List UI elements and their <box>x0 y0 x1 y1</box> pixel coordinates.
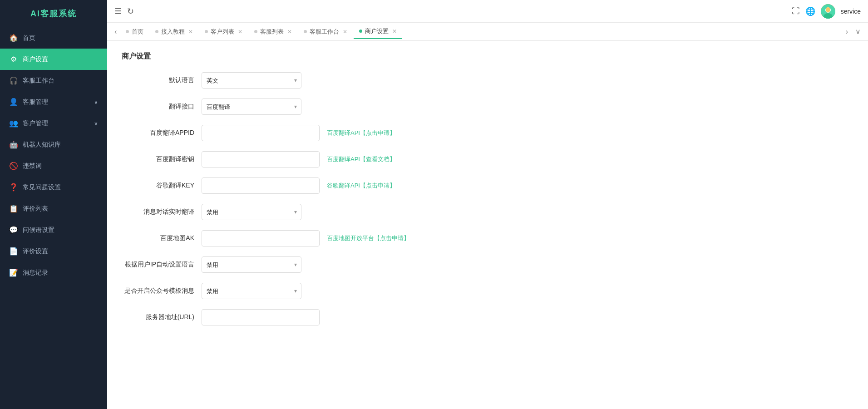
topbar-right: ⛶ 🌐 service <box>792 4 861 19</box>
sidebar-item-forbidden[interactable]: 🚫 违禁词 <box>0 155 107 177</box>
tab-close-button[interactable]: ✕ <box>188 29 193 35</box>
tab-dot <box>359 30 362 33</box>
select-realtime-translate[interactable]: 禁用启用 <box>202 204 301 220</box>
link-baidu-map-ak[interactable]: 百度地图开放平台【点击申请】 <box>327 234 409 242</box>
sidebar-item-label: 首页 <box>23 34 35 42</box>
select-translate-api[interactable]: 百度翻译谷歌翻译 <box>202 99 301 115</box>
review-settings-icon: 📄 <box>9 247 18 256</box>
cust-mgmt-icon: 👥 <box>9 119 18 128</box>
link-baidu-secret[interactable]: 百度翻译API【查看文档】 <box>327 155 395 163</box>
tab-dot <box>304 30 307 33</box>
globe-icon[interactable]: 🌐 <box>805 6 815 16</box>
sidebar-item-review-settings[interactable]: 📄 评价设置 <box>0 241 107 262</box>
tab-label: 首页 <box>132 28 143 36</box>
review-list-icon: 📋 <box>9 204 18 213</box>
forbidden-icon: 🚫 <box>9 162 18 170</box>
tabbar: ‹ 首页 接入教程✕ 客户列表✕ 客服列表✕ 客服工作台✕ 商户设置✕ › ∨ <box>107 23 868 41</box>
label-translate-api: 翻译接口 <box>122 103 194 111</box>
app-logo: AI客服系统 <box>0 0 107 27</box>
sidebar-item-label: 消息记录 <box>23 269 48 277</box>
sidebar-item-msg-records[interactable]: 📝 消息记录 <box>0 262 107 283</box>
link-baidu-appid[interactable]: 百度翻译API【点击申请】 <box>327 129 395 137</box>
tab-tab-workbench[interactable]: 客服工作台✕ <box>298 25 353 39</box>
tab-close-button[interactable]: ✕ <box>287 29 292 35</box>
home-icon: 🏠 <box>9 34 18 42</box>
menu-icon[interactable]: ☰ <box>114 6 122 16</box>
label-realtime-translate: 消息对话实时翻译 <box>122 208 194 216</box>
topbar: ☰ ↻ ⛶ 🌐 service <box>107 0 868 23</box>
sidebar-item-merchant[interactable]: ⚙ 商户设置 <box>0 49 107 70</box>
select-wrapper-auto-lang-by-ip: 禁用启用 <box>202 256 301 273</box>
input-baidu-secret[interactable] <box>202 151 320 168</box>
select-wrapper-default-lang: 英文中文日文韩文 <box>202 72 301 89</box>
sidebar-item-faq[interactable]: ❓ 常见问题设置 <box>0 177 107 198</box>
sidebar-item-robot-kb[interactable]: 🤖 机器人知识库 <box>0 134 107 155</box>
form-row-baidu-secret: 百度翻译密钥百度翻译API【查看文档】 <box>122 151 853 168</box>
tab-dot <box>126 30 129 33</box>
tab-close-button[interactable]: ✕ <box>238 29 242 35</box>
label-baidu-appid: 百度翻译APPID <box>122 129 194 137</box>
tab-list: 首页 接入教程✕ 客户列表✕ 客服列表✕ 客服工作台✕ 商户设置✕ <box>120 25 842 39</box>
sidebar-item-label: 常见问题设置 <box>23 183 61 192</box>
input-baidu-appid[interactable] <box>202 125 320 141</box>
sidebar-item-cs-mgmt[interactable]: 👤 客服管理 ∨ <box>0 91 107 113</box>
main-area: ☰ ↻ ⛶ 🌐 service ‹ 首页 接入教程✕ 客户列表✕ 客服列表✕ 客… <box>107 0 868 409</box>
form-row-translate-api: 翻译接口百度翻译谷歌翻译 <box>122 99 853 115</box>
tab-dot <box>155 30 158 33</box>
tab-tab-cs-list[interactable]: 客服列表✕ <box>249 25 297 39</box>
input-baidu-map-ak[interactable] <box>202 230 320 246</box>
tab-tab-merchant[interactable]: 商户设置✕ <box>354 25 402 39</box>
tab-dropdown-button[interactable]: ∨ <box>852 25 864 38</box>
label-server-url: 服务器地址(URL) <box>122 313 194 321</box>
tab-close-button[interactable]: ✕ <box>343 29 347 35</box>
select-wechat-template[interactable]: 禁用启用 <box>202 283 301 299</box>
tab-label: 客服工作台 <box>310 28 339 36</box>
chevron-down-icon: ∨ <box>94 99 98 105</box>
page-title: 商户设置 <box>122 52 853 61</box>
avatar[interactable] <box>821 4 835 19</box>
form-row-auto-lang-by-ip: 根据用户IP自动设置语言禁用启用 <box>122 256 853 273</box>
tab-prev-button[interactable]: ‹ <box>111 26 120 38</box>
tab-tab-home[interactable]: 首页 <box>120 25 149 39</box>
sidebar-item-cust-mgmt[interactable]: 👥 客户管理 ∨ <box>0 113 107 134</box>
form-row-server-url: 服务器地址(URL) <box>122 309 853 325</box>
msg-records-icon: 📝 <box>9 268 18 277</box>
tab-next-button[interactable]: › <box>842 26 852 38</box>
sidebar-nav: 🏠 首页 ⚙ 商户设置 🎧 客服工作台 👤 客服管理 ∨ 👥 客户管理 ∨ 🤖 … <box>0 27 107 283</box>
select-default-lang[interactable]: 英文中文日文韩文 <box>202 72 301 89</box>
select-auto-lang-by-ip[interactable]: 禁用启用 <box>202 256 301 273</box>
tab-dot <box>254 30 257 33</box>
input-server-url[interactable] <box>202 309 320 325</box>
select-wrapper-translate-api: 百度翻译谷歌翻译 <box>202 99 301 115</box>
sidebar-item-workbench[interactable]: 🎧 客服工作台 <box>0 70 107 91</box>
faq-icon: ❓ <box>9 183 18 192</box>
chevron-down-icon: ∨ <box>94 120 98 127</box>
refresh-icon[interactable]: ↻ <box>127 6 134 16</box>
sidebar: AI客服系统 🏠 首页 ⚙ 商户设置 🎧 客服工作台 👤 客服管理 ∨ 👥 客户… <box>0 0 107 409</box>
form-row-realtime-translate: 消息对话实时翻译禁用启用 <box>122 204 853 220</box>
sidebar-item-label: 机器人知识库 <box>23 141 61 149</box>
sidebar-item-home[interactable]: 🏠 首页 <box>0 27 107 49</box>
tab-label: 客户列表 <box>211 28 234 36</box>
sidebar-item-review-list[interactable]: 📋 评价列表 <box>0 198 107 219</box>
tab-label: 接入教程 <box>161 28 185 36</box>
tab-tab-tutorial[interactable]: 接入教程✕ <box>150 25 198 39</box>
tab-close-button[interactable]: ✕ <box>392 28 397 34</box>
sidebar-item-greetings[interactable]: 💬 问候语设置 <box>0 219 107 241</box>
workbench-icon: 🎧 <box>9 76 18 85</box>
label-google-key: 谷歌翻译KEY <box>122 182 194 190</box>
label-baidu-map-ak: 百度地图AK <box>122 234 194 242</box>
tab-tab-customers[interactable]: 客户列表✕ <box>199 25 248 39</box>
form-row-baidu-appid: 百度翻译APPID百度翻译API【点击申请】 <box>122 125 853 141</box>
content-area: 商户设置 默认语言英文中文日文韩文翻译接口百度翻译谷歌翻译百度翻译APPID百度… <box>107 41 868 409</box>
input-google-key[interactable] <box>202 177 320 194</box>
robot-kb-icon: 🤖 <box>9 140 18 149</box>
tab-dot <box>205 30 208 33</box>
fullscreen-icon[interactable]: ⛶ <box>792 6 800 16</box>
label-baidu-secret: 百度翻译密钥 <box>122 155 194 163</box>
link-google-key[interactable]: 谷歌翻译API【点击申请】 <box>327 182 395 190</box>
tab-label: 客服列表 <box>260 28 284 36</box>
form-row-default-lang: 默认语言英文中文日文韩文 <box>122 72 853 89</box>
sidebar-item-label: 客服管理 <box>23 98 48 106</box>
label-default-lang: 默认语言 <box>122 76 194 84</box>
